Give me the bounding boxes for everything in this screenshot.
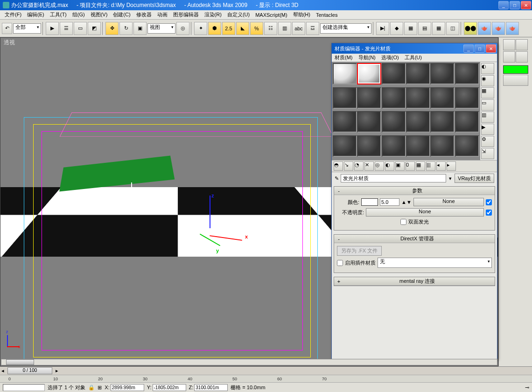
assign-material-button[interactable]: ◔ <box>354 161 364 171</box>
sample-slot[interactable] <box>382 111 406 133</box>
sample-slot[interactable] <box>430 63 455 84</box>
material-editor-titlebar[interactable]: 材质编辑器 - 发光片材质 _ □ ✕ <box>332 43 497 54</box>
go-parent-button[interactable]: ◂ <box>436 161 446 171</box>
backlight-button[interactable]: ◉ <box>481 75 494 86</box>
sample-slot[interactable] <box>333 111 357 133</box>
menu-help[interactable]: 帮助(H) <box>290 10 313 19</box>
scrollbar-thumb[interactable] <box>6 359 34 365</box>
named-selection-dropdown[interactable]: 创建选择集 <box>320 23 371 34</box>
material-name-input[interactable] <box>341 174 446 182</box>
time-slider[interactable]: ◂ 0 / 100 ▸ <box>0 367 532 375</box>
select-region-rect-button[interactable]: ▭ <box>74 22 87 35</box>
menu-edit[interactable]: 编辑(E) <box>24 10 47 19</box>
schematic-view-button[interactable]: ◆ <box>390 22 403 35</box>
menu-modifiers[interactable]: 修改器 <box>133 10 154 19</box>
enable-plugin-checkbox[interactable] <box>337 260 343 266</box>
menu-create[interactable]: 创建(C) <box>110 10 133 19</box>
sample-slot[interactable] <box>455 135 479 157</box>
sample-slot[interactable] <box>406 111 430 133</box>
motion-tab[interactable] <box>516 51 528 63</box>
sample-slot[interactable] <box>455 87 479 109</box>
layer-manager-button[interactable]: ☲ <box>306 22 319 35</box>
select-move-button[interactable]: ✥ <box>105 22 119 35</box>
sample-slot[interactable] <box>382 135 406 157</box>
color-map-enable-checkbox[interactable] <box>486 199 492 205</box>
make-copy-button[interactable]: ◎ <box>375 161 384 171</box>
lock-icon[interactable]: 🔒 <box>88 385 95 391</box>
pivot-center-button[interactable]: ◎ <box>176 22 189 35</box>
sample-slot[interactable] <box>333 87 357 109</box>
mirror-button[interactable]: ▥ <box>278 22 291 35</box>
sample-slot[interactable] <box>406 135 430 157</box>
render-prod-button[interactable]: ⬤⬤ <box>464 22 477 35</box>
material-id-button[interactable]: 0 <box>406 161 415 171</box>
select-rotate-button[interactable]: ↻ <box>119 22 133 35</box>
undo-button[interactable]: ↶ <box>2 23 12 34</box>
sample-uv-button[interactable]: ▭ <box>481 99 494 111</box>
menu-grapheditors[interactable]: 图形编辑器 <box>170 10 202 19</box>
rollout-parameters-header[interactable]: - 参数 <box>334 187 495 195</box>
dropdown-arrow-icon[interactable]: ▾ <box>448 175 453 182</box>
sample-slot[interactable] <box>455 111 479 133</box>
make-unique-button[interactable]: ◐ <box>385 161 394 171</box>
menu-file[interactable]: 文件(F) <box>2 10 24 19</box>
select-by-mat-button[interactable]: ⇲ <box>481 148 494 159</box>
material-type-button[interactable]: VRay灯光材质 <box>455 174 494 183</box>
go-sibling-button[interactable]: ▸ <box>447 161 456 171</box>
menu-animation[interactable]: 动画 <box>154 10 170 19</box>
color-map-button[interactable]: None <box>413 198 484 206</box>
sample-slot[interactable] <box>430 135 455 157</box>
teapot3-icon[interactable]: 🫖 <box>506 22 519 35</box>
select-scale-button[interactable]: ▣ <box>133 22 147 35</box>
window-crossing-button[interactable]: ◩ <box>88 22 101 35</box>
spinner-arrows-icon[interactable]: ▲▼ <box>401 199 412 205</box>
sample-slot[interactable] <box>357 87 381 109</box>
edit-named-sel-button[interactable]: ☷ <box>264 22 277 35</box>
me-minimize-button[interactable]: _ <box>463 44 474 53</box>
me-menu-material[interactable]: 材质(M) <box>334 54 354 62</box>
plugin-material-dropdown[interactable]: 无 <box>378 258 492 268</box>
material-editor-button[interactable]: ▦ <box>404 22 417 35</box>
sample-slot[interactable] <box>455 63 479 84</box>
menu-maxscript[interactable]: MAXScript(M) <box>252 11 290 19</box>
percent-snap-button[interactable]: ◣ <box>236 22 249 35</box>
opacity-map-enable-checkbox[interactable] <box>486 210 492 216</box>
curve-editor-button[interactable]: ▶| <box>376 22 389 35</box>
quick-render-button[interactable]: ◫ <box>446 22 459 35</box>
rollout-mentalray-header[interactable]: + mental ray 连接 <box>334 277 495 286</box>
create-tab[interactable] <box>503 39 515 50</box>
align-button[interactable]: abc <box>292 22 305 35</box>
key-icon[interactable]: ⊸ <box>525 385 529 391</box>
color-swatch[interactable] <box>361 198 378 206</box>
sample-slot[interactable] <box>357 111 381 133</box>
menu-group[interactable]: 组(G) <box>70 10 88 19</box>
show-end-button[interactable]: ||| <box>426 161 435 171</box>
opacity-map-button[interactable]: None <box>366 208 484 217</box>
color-swatch-green[interactable] <box>503 65 528 74</box>
render-scene-button[interactable]: ▤ <box>418 22 431 35</box>
modifier-list-dropdown[interactable] <box>503 75 528 86</box>
render-button[interactable]: ▦ <box>432 22 445 35</box>
hierarchy-tab[interactable] <box>503 51 515 63</box>
coord-mode-icon[interactable]: ⊞ <box>98 385 102 391</box>
sample-slot-1[interactable] <box>333 63 357 84</box>
sample-type-button[interactable]: ◐ <box>481 63 494 74</box>
sample-slot[interactable] <box>382 63 406 84</box>
me-maximize-button[interactable]: □ <box>475 44 485 53</box>
put-library-button[interactable]: ▣ <box>395 161 405 171</box>
minimize-button[interactable]: _ <box>498 1 509 9</box>
sample-slot[interactable] <box>406 87 430 109</box>
select-manipulate-button[interactable]: ✦ <box>194 22 207 35</box>
angle-snap-button[interactable]: 2.5 <box>222 22 235 35</box>
modify-tab[interactable] <box>516 39 528 50</box>
selection-filter-dropdown[interactable]: 全部 <box>13 23 41 34</box>
sample-slot-2-selected[interactable] <box>357 63 381 84</box>
me-menu-options[interactable]: 选项(O) <box>380 54 400 62</box>
time-next-icon[interactable]: ▸ <box>54 368 60 374</box>
close-button[interactable]: ✕ <box>521 1 531 9</box>
sample-slot[interactable] <box>430 111 455 133</box>
sample-slot[interactable] <box>382 87 406 109</box>
maximize-button[interactable]: □ <box>510 1 520 9</box>
teapot1-icon[interactable]: 🫖 <box>478 22 491 35</box>
snap-toggle-button[interactable]: ⬢ <box>208 22 221 35</box>
